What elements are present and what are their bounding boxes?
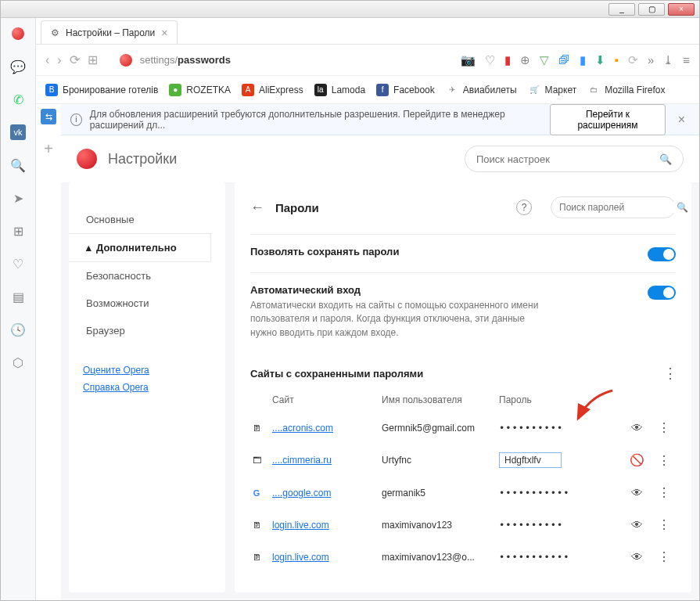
heart-outline-icon[interactable]: ♡	[485, 53, 495, 67]
nav-forward-icon[interactable]: ›	[57, 53, 61, 67]
menu-icon[interactable]: ≡	[683, 53, 690, 67]
help-icon[interactable]: ?	[516, 200, 532, 215]
bookmark-item[interactable]: 🗀Mozilla Firefox	[587, 84, 665, 96]
saved-sites-header: Сайты с сохраненными паролями ⋮	[250, 351, 676, 388]
auto-login-toggle[interactable]	[648, 286, 676, 300]
overflow-icon[interactable]: »	[648, 53, 654, 67]
allow-save-label: Позволять сохранять пароли	[250, 246, 640, 257]
row-more-icon[interactable]: ⋮	[652, 420, 676, 435]
extension-badge-icon[interactable]: ⇆	[41, 109, 56, 124]
bookmark-item[interactable]: 🛒Маркет	[528, 84, 577, 96]
address-text[interactable]: settings/passwords	[140, 54, 231, 66]
back-arrow-icon[interactable]: ←	[250, 200, 264, 216]
tab-settings-passwords[interactable]: ⚙ Настройки – Пароли ×	[41, 20, 178, 44]
nav-features[interactable]: Возможности	[83, 290, 211, 317]
download-icon[interactable]: ⤓	[663, 53, 673, 67]
ext6-icon[interactable]: ▪	[615, 53, 619, 67]
nav-security[interactable]: Безопасность	[83, 262, 211, 290]
table-header: Сайт Имя пользователя Пароль	[250, 388, 676, 412]
window-minimize-button[interactable]: _	[608, 3, 635, 16]
news-icon[interactable]: ▤	[10, 289, 26, 304]
eye-off-icon[interactable]: 🚫	[629, 453, 644, 467]
panel-header: ← Пароли ? 🔍	[250, 196, 676, 218]
site-link[interactable]: login.live.com	[272, 552, 382, 563]
site-link[interactable]: ....google.com	[272, 488, 382, 498]
search-icon[interactable]: 🔍	[10, 157, 26, 173]
camera-icon[interactable]: 📷	[461, 53, 476, 67]
search-icon: 🔍	[659, 153, 672, 165]
bookmark-favicon: ●	[169, 84, 181, 96]
bookmark-item[interactable]: ✈Авиабилеты	[446, 84, 517, 96]
password-cell-revealed[interactable]: Hdgftxlfv	[499, 452, 562, 468]
search-settings-input[interactable]	[476, 153, 659, 165]
ext3-icon[interactable]: 🗊	[558, 53, 570, 67]
bookmark-item[interactable]: fFacebook	[376, 84, 435, 96]
bookmark-item[interactable]: BБронирование готелів	[45, 84, 158, 96]
send-icon[interactable]: ➤	[10, 190, 26, 206]
apps-icon[interactable]: ⊞	[88, 52, 98, 67]
bookmark-favicon: 🗀	[587, 84, 600, 96]
ext5-icon[interactable]: ⬇	[595, 53, 605, 67]
site-favicon: 🗔	[250, 454, 263, 466]
add-tab-icon[interactable]: +	[44, 140, 53, 158]
window-titlebar: _ ▢ ×	[1, 1, 699, 18]
search-passwords-input[interactable]	[559, 202, 677, 213]
nav-browser[interactable]: Браузер	[83, 317, 211, 344]
table-row: 🖹 login.live.com maximivanov123@o... •••…	[250, 541, 676, 573]
table-row: 🗔 ....cimmeria.ru Urtyfnc Hdgftxlfv 🚫 ⋮	[250, 444, 676, 477]
speed-dial-icon[interactable]: ⊞	[10, 223, 26, 239]
eye-icon[interactable]: 👁	[629, 421, 644, 434]
bookmark-label: Маркет	[545, 85, 577, 95]
whatsapp-icon[interactable]: ✆	[10, 92, 26, 107]
nav-back-icon[interactable]: ‹	[45, 53, 49, 67]
ext4-icon[interactable]: ▮	[580, 53, 586, 67]
bookmark-label: Facebook	[393, 85, 435, 95]
page-title: Настройки	[108, 151, 177, 167]
eye-icon[interactable]: 👁	[629, 518, 644, 531]
saved-sites-more-icon[interactable]: ⋮	[663, 365, 676, 382]
shield-icon[interactable]: ▽	[540, 53, 549, 67]
site-link[interactable]: ....cimmeria.ru	[272, 455, 382, 466]
allow-save-toggle[interactable]	[648, 247, 676, 261]
ext7-icon[interactable]: ⟳	[628, 53, 638, 67]
table-row: G ....google.com germanik5 ••••••••••• 👁…	[250, 477, 676, 509]
rate-opera-link[interactable]: Оцените Opera	[83, 362, 211, 379]
window-close-button[interactable]: ×	[668, 3, 695, 16]
go-to-extensions-button[interactable]: Перейти к расширениям	[550, 104, 665, 135]
bookmark-item[interactable]: laLamoda	[314, 84, 365, 96]
eye-icon[interactable]: 👁	[629, 486, 644, 499]
site-link[interactable]: login.live.com	[272, 520, 382, 531]
username-cell: germanik5	[382, 488, 499, 498]
tab-close-icon[interactable]: ×	[161, 27, 167, 39]
history-icon[interactable]: 🕓	[10, 322, 26, 337]
window-maximize-button[interactable]: ▢	[638, 3, 665, 16]
username-cell: maximivanov123	[382, 520, 499, 531]
nav-main[interactable]: Основные	[83, 206, 211, 233]
row-more-icon[interactable]: ⋮	[652, 549, 676, 564]
row-more-icon[interactable]: ⋮	[652, 517, 676, 532]
panel-title: Пароли	[275, 201, 319, 214]
search-passwords-field[interactable]: 🔍	[551, 196, 676, 218]
row-more-icon[interactable]: ⋮	[652, 485, 676, 500]
bookmark-item[interactable]: AAliExpress	[242, 84, 303, 96]
messenger-icon[interactable]: 💬	[10, 59, 26, 74]
nav-advanced[interactable]: ▴ Дополнительно	[69, 233, 211, 262]
row-more-icon[interactable]: ⋮	[652, 453, 676, 468]
search-settings-field[interactable]: 🔍	[465, 146, 684, 172]
bookmark-label: Авиабилеты	[463, 85, 517, 95]
package-icon[interactable]: ⬡	[10, 354, 26, 370]
help-opera-link[interactable]: Справка Opera	[83, 379, 211, 396]
vk-icon[interactable]: vk	[10, 124, 26, 140]
ext1-icon[interactable]: ▮	[504, 53, 511, 67]
browser-window: _ ▢ × 💬 ✆ vk 🔍 ➤ ⊞ ♡ ▤ 🕓 ⬡ ⚙ Настройки –…	[0, 0, 700, 601]
opera-logo-icon[interactable]	[10, 26, 26, 41]
passwords-table: Сайт Имя пользователя Пароль 🖹 ....acron…	[250, 388, 676, 573]
eye-icon[interactable]: 👁	[629, 550, 644, 563]
infobar-close-icon[interactable]: ×	[673, 113, 690, 127]
bookmarks-bar: BБронирование готелів ●ROZETKA AAliExpre…	[36, 76, 699, 104]
site-link[interactable]: ....acronis.com	[272, 423, 382, 434]
reload-icon[interactable]: ⟳	[70, 52, 80, 67]
bookmark-item[interactable]: ●ROZETKA	[169, 84, 231, 96]
heart-icon[interactable]: ♡	[10, 256, 26, 272]
ext2-icon[interactable]: ⊕	[520, 53, 530, 67]
